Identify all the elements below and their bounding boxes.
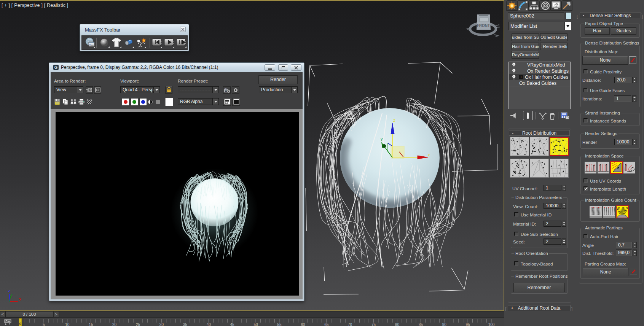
svg-text:15: 15: [89, 323, 93, 326]
svg-text:0: 0: [19, 322, 21, 326]
svg-text:y: y: [381, 137, 383, 141]
svg-text:90: 90: [442, 323, 447, 326]
svg-text:50: 50: [253, 323, 258, 326]
svg-text:z: z: [8, 288, 10, 293]
svg-text:z: z: [393, 118, 395, 122]
svg-text:30: 30: [159, 323, 164, 326]
svg-text:60: 60: [301, 323, 305, 326]
svg-text:100: 100: [488, 323, 495, 326]
svg-text:x: x: [428, 153, 430, 157]
svg-text:45: 45: [230, 323, 235, 326]
svg-text:20: 20: [112, 323, 117, 326]
svg-text:85: 85: [419, 323, 423, 326]
svg-text:25: 25: [136, 323, 140, 326]
svg-text:10: 10: [65, 323, 70, 326]
svg-text:40: 40: [207, 323, 211, 326]
svg-text:55: 55: [277, 323, 282, 326]
svg-text:65: 65: [324, 323, 329, 326]
svg-text:75: 75: [371, 323, 376, 326]
svg-text:x: x: [19, 297, 21, 301]
svg-text:80: 80: [395, 323, 400, 326]
svg-text:70: 70: [348, 323, 352, 326]
svg-text:35: 35: [183, 323, 188, 326]
svg-text:y: y: [11, 293, 13, 296]
svg-text:95: 95: [466, 323, 470, 326]
svg-text:5: 5: [43, 323, 45, 326]
